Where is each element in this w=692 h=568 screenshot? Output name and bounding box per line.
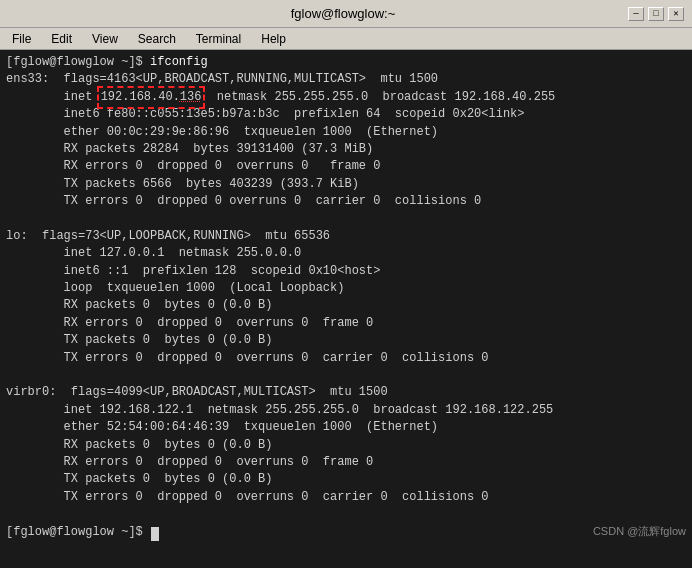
csdn-watermark: CSDN @流辉fglow <box>593 524 686 540</box>
window-controls: — □ ✕ <box>628 7 684 21</box>
terminal-window[interactable]: [fglow@flowglow ~]$ ifconfig ens33: flag… <box>0 50 692 568</box>
prompt-line-2: [fglow@flowglow ~]$ <box>6 524 159 541</box>
menu-help[interactable]: Help <box>253 30 294 48</box>
menu-bar: File Edit View Search Terminal Help <box>0 28 692 50</box>
menu-terminal[interactable]: Terminal <box>188 30 249 48</box>
minimize-button[interactable]: — <box>628 7 644 21</box>
footer-line: [fglow@flowglow ~]$ CSDN @流辉fglow <box>6 524 686 541</box>
window-title: fglow@flowglow:~ <box>58 6 628 21</box>
menu-view[interactable]: View <box>84 30 126 48</box>
close-button[interactable]: ✕ <box>668 7 684 21</box>
menu-file[interactable]: File <box>4 30 39 48</box>
maximize-button[interactable]: □ <box>648 7 664 21</box>
prompt-line-1: [fglow@flowglow ~]$ ifconfig <box>6 55 208 69</box>
menu-edit[interactable]: Edit <box>43 30 80 48</box>
terminal-output: [fglow@flowglow ~]$ ifconfig ens33: flag… <box>6 54 686 524</box>
menu-search[interactable]: Search <box>130 30 184 48</box>
title-bar: fglow@flowglow:~ — □ ✕ <box>0 0 692 28</box>
